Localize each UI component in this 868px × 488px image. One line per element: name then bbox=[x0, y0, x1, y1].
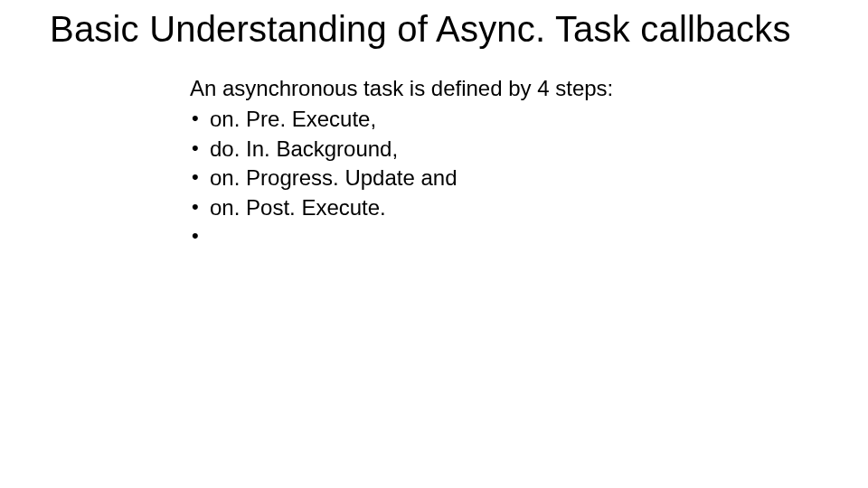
list-item: on. Pre. Execute, bbox=[190, 105, 613, 134]
intro-text: An asynchronous task is defined by 4 ste… bbox=[190, 74, 613, 103]
slide-body: An asynchronous task is defined by 4 ste… bbox=[190, 74, 613, 222]
slide: Basic Understanding of Async. Task callb… bbox=[0, 0, 868, 488]
list-item: do. In. Background, bbox=[190, 135, 613, 164]
slide-title: Basic Understanding of Async. Task callb… bbox=[50, 9, 791, 50]
bullet-list: on. Pre. Execute, do. In. Background, on… bbox=[190, 105, 613, 222]
list-item: on. Post. Execute. bbox=[190, 193, 613, 222]
list-item: on. Progress. Update and bbox=[190, 164, 613, 192]
